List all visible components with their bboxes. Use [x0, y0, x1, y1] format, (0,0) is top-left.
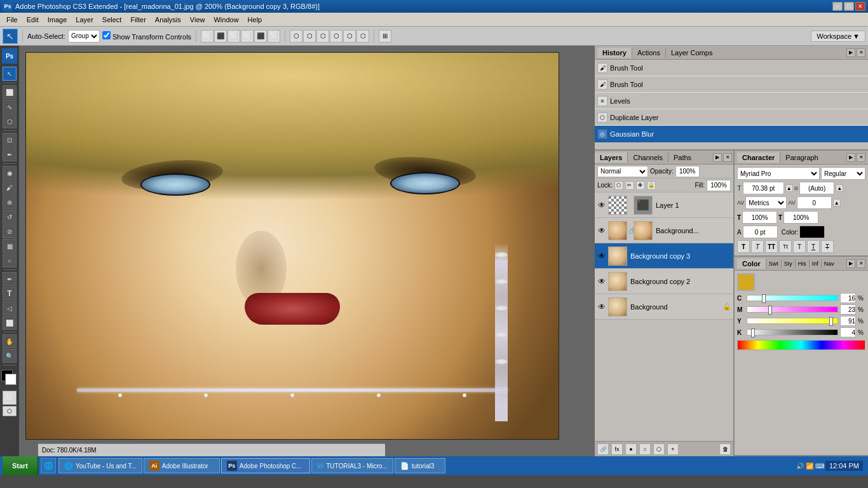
blend-mode-select[interactable]: Normal Multiply Screen	[597, 166, 648, 177]
auto-select-dropdown[interactable]: Group Layer	[68, 30, 100, 43]
layer-item-5[interactable]: 👁 Background 🔒	[595, 294, 733, 320]
histogram-tab[interactable]: His	[796, 259, 810, 268]
delete-layer-btn[interactable]: 🗑	[719, 444, 731, 455]
type-bold-btn[interactable]: TT	[765, 240, 778, 253]
panel-close-btn[interactable]: ✕	[857, 48, 865, 57]
char-menu-btn[interactable]: ▶	[846, 153, 855, 162]
baseline-input[interactable]	[743, 226, 778, 238]
align-center-btn[interactable]: ⬛	[214, 30, 227, 43]
taskbar-item-word[interactable]: W TUTORIAL3 - Micro...	[311, 458, 393, 473]
tracking-select[interactable]: Metrics Optical	[745, 196, 787, 209]
menu-analysis[interactable]: Analysis	[151, 15, 185, 25]
font-style-select[interactable]: Regular Bold Italic	[821, 167, 865, 180]
eyedropper-tool[interactable]: ✒	[3, 147, 17, 161]
color-spectrum-bar[interactable]	[737, 340, 865, 350]
info-tab[interactable]: Inf	[810, 259, 822, 268]
history-tab[interactable]: History	[597, 48, 632, 58]
magenta-thumb[interactable]	[768, 306, 772, 315]
character-tab[interactable]: Character	[737, 152, 780, 163]
dist-btn-4[interactable]: ⬡	[330, 30, 342, 43]
dist-btn-3[interactable]: ⬡	[316, 30, 329, 43]
layer-item-3[interactable]: 👁 Background copy 3	[595, 243, 733, 269]
maximize-btn[interactable]: □	[844, 2, 854, 11]
history-item-2[interactable]: 🖌 Brush Tool	[595, 76, 868, 93]
layers-menu-btn[interactable]: ▶	[713, 153, 722, 162]
layer-2-visibility[interactable]: 👁	[597, 226, 607, 236]
kerning-input[interactable]	[797, 196, 832, 209]
leading-up[interactable]: ▲	[836, 184, 843, 192]
taskbar-item-photoshop[interactable]: Ps Adobe Photoshop C...	[221, 458, 310, 473]
zoom-tool[interactable]: 🔍	[3, 349, 17, 363]
taskbar-item-illustrator[interactable]: Ai Adobe Illustrator	[144, 458, 220, 473]
layer-item-1[interactable]: 👁 ⬛ Layer 1	[595, 193, 733, 218]
layer-5-visibility[interactable]: 👁	[597, 302, 607, 312]
styles-tab[interactable]: Sty	[782, 259, 796, 268]
taskbar-item-tutorial[interactable]: 📄 tutorial3	[395, 458, 445, 473]
add-link-btn[interactable]: 🔗	[597, 444, 609, 455]
cyan-value-input[interactable]	[840, 293, 856, 303]
dodge-tool[interactable]: ○	[3, 254, 17, 268]
swatches-tab[interactable]: Swt	[766, 259, 782, 268]
new-group-btn[interactable]: ⬡	[653, 444, 665, 455]
menu-view[interactable]: View	[186, 15, 209, 25]
show-transform-checkbox[interactable]	[102, 31, 111, 39]
start-button[interactable]: Start	[3, 456, 38, 475]
color-menu-btn[interactable]: ▶	[846, 259, 855, 268]
quick-mask-btn[interactable]: ⬜	[3, 391, 17, 405]
history-item-3[interactable]: ≡ Levels	[595, 93, 868, 109]
lock-image-btn[interactable]: ✏	[625, 181, 634, 190]
spot-heal-tool[interactable]: ◉	[3, 166, 17, 180]
layer-1-visibility[interactable]: 👁	[597, 200, 607, 210]
hand-tool[interactable]: ✋	[3, 334, 17, 348]
dist-btn-1[interactable]: ⬡	[290, 30, 302, 43]
color-close-btn[interactable]: ✕	[857, 259, 865, 268]
font-size-up[interactable]: ▲	[785, 184, 793, 192]
menu-filter[interactable]: Filter	[126, 15, 149, 25]
paths-tab[interactable]: Paths	[668, 152, 696, 163]
brush-tool[interactable]: 🖌	[3, 180, 17, 194]
color-tab[interactable]: Color	[737, 259, 766, 269]
type-strikethrough-btn[interactable]: T	[821, 240, 834, 253]
clone-tool[interactable]: ⊕	[3, 195, 17, 209]
panel-menu-btn[interactable]: ▶	[846, 48, 855, 57]
black-thumb[interactable]	[751, 329, 755, 337]
new-layer-btn[interactable]: +	[667, 444, 679, 455]
black-value-input[interactable]	[840, 327, 856, 337]
align-left-btn[interactable]: ⬜	[201, 30, 214, 43]
cyan-thumb[interactable]	[762, 294, 766, 303]
screen-mode-btn[interactable]: ⬡	[3, 406, 17, 416]
color-swatch-fg[interactable]	[737, 273, 755, 291]
quick-launch-ie[interactable]: 🌐	[41, 458, 56, 473]
menu-file[interactable]: File	[3, 15, 22, 25]
shape-tool[interactable]: ⬜	[3, 316, 17, 330]
scale-v-input[interactable]	[783, 211, 818, 224]
yellow-value-input[interactable]	[840, 316, 856, 326]
magenta-value-input[interactable]	[840, 304, 856, 315]
navigator-tab[interactable]: Nav	[822, 259, 837, 268]
layer-comps-tab[interactable]: Layer Comps	[666, 48, 717, 58]
type-underline-btn[interactable]: T	[807, 240, 820, 253]
path-select-tool[interactable]: ◁	[3, 301, 17, 315]
history-brush-tool[interactable]: ↺	[3, 210, 17, 224]
menu-layer[interactable]: Layer	[72, 15, 97, 25]
dist-btn-5[interactable]: ⬡	[343, 30, 356, 43]
canvas[interactable]	[25, 52, 559, 440]
add-mask-btn[interactable]: ●	[625, 444, 637, 455]
leading-input[interactable]	[799, 182, 834, 194]
layers-close-btn[interactable]: ✕	[723, 153, 732, 162]
char-close-btn[interactable]: ✕	[857, 153, 865, 162]
font-family-select[interactable]: Myriad Pro	[737, 167, 820, 180]
lock-all-btn[interactable]: 🔒	[647, 181, 656, 190]
align-right-btn[interactable]: ⬜	[227, 30, 240, 43]
layers-tab[interactable]: Layers	[595, 152, 628, 163]
taskbar-item-youtube[interactable]: 🌐 YouTube - Us and T...	[58, 458, 142, 473]
lock-transparent-btn[interactable]: ⬡	[614, 181, 623, 190]
type-tool[interactable]: T	[3, 287, 17, 301]
dist-btn-6[interactable]: ⬡	[356, 30, 369, 43]
layer-4-visibility[interactable]: 👁	[597, 276, 607, 287]
menu-image[interactable]: Image	[44, 15, 71, 25]
menu-window[interactable]: Window	[210, 15, 242, 25]
auto-align-btn[interactable]: ⊞	[379, 30, 391, 43]
gradient-tool[interactable]: ▦	[3, 239, 17, 253]
history-item-5[interactable]: ◎ Gaussian Blur	[595, 126, 868, 142]
